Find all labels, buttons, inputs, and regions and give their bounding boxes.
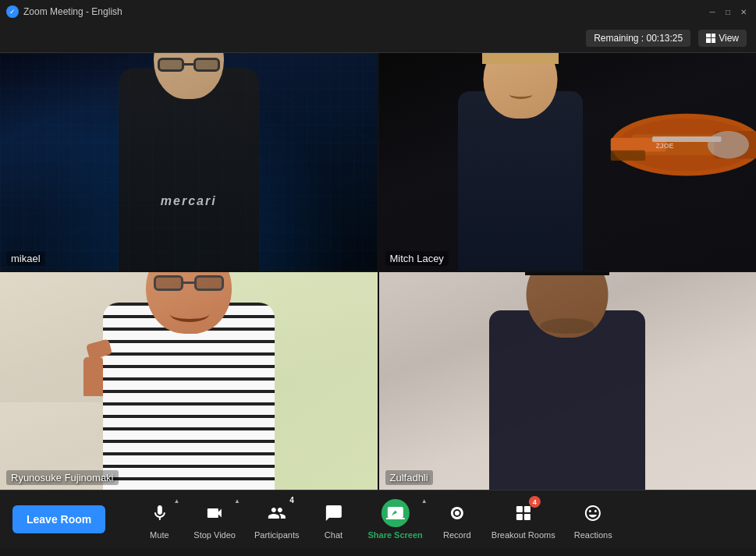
toolbar: ▲ Mute ▲ Stop Video (0, 490, 756, 548)
stop-video-label: Stop Video (193, 530, 236, 540)
close-button[interactable]: ✕ (737, 5, 750, 18)
mute-icon (145, 499, 173, 527)
maximize-button[interactable]: □ (722, 5, 734, 18)
reactions-icon (579, 499, 607, 527)
view-button[interactable]: View (698, 30, 747, 47)
participant-name-mikael: mikael (6, 251, 45, 266)
window-title: Zoom Meeting - English (23, 6, 122, 17)
video-icon (201, 499, 229, 527)
svg-point-11 (708, 131, 749, 158)
zoom-logo: ✓ (6, 5, 19, 18)
chat-icon (319, 499, 347, 527)
participant-name-zulfadhli: Zulfadhli (385, 470, 433, 485)
title-bar-left: ✓ Zoom Meeting - English (6, 5, 122, 18)
window-controls: ─ □ ✕ (706, 5, 750, 18)
breakout-rooms-label: Breakout Rooms (492, 530, 555, 540)
chat-button[interactable]: Chat (310, 494, 357, 544)
mute-label: Mute (150, 530, 169, 540)
participant-count: 4 (289, 496, 294, 505)
timer-badge: Remaining : 00:13:25 (586, 30, 690, 47)
share-screen-label: Share Screen (367, 530, 422, 540)
breakout-rooms-icon: 4 (509, 499, 538, 527)
participants-button[interactable]: 4 Participants (247, 494, 307, 544)
video-cell-zulfadhli: Zulfadhli (379, 272, 757, 490)
participant-name-mitch: Mitch Lacey (385, 251, 449, 266)
top-bar: Remaining : 00:13:25 View (0, 23, 756, 53)
svg-rect-0 (0, 53, 378, 271)
svg-point-16 (455, 511, 460, 515)
svg-rect-20 (524, 514, 531, 520)
title-bar: ✓ Zoom Meeting - English ─ □ ✕ (0, 0, 756, 23)
leave-room-button[interactable]: Leave Room (12, 505, 105, 533)
svg-rect-19 (516, 514, 523, 520)
breakout-rooms-button[interactable]: 4 Breakout Rooms (484, 494, 563, 544)
svg-marker-1 (0, 53, 378, 271)
participants-icon: 4 (263, 499, 291, 527)
minimize-button[interactable]: ─ (706, 5, 719, 18)
record-button[interactable]: Record (434, 494, 481, 544)
svg-text:ZJOE: ZJOE (655, 142, 673, 150)
reactions-button[interactable]: Reactions (566, 494, 620, 544)
stop-video-button[interactable]: ▲ Stop Video (186, 494, 243, 544)
video-grid: mercari mikael ZJOE (0, 53, 756, 490)
grid-icon (706, 34, 715, 43)
chevron-up-icon: ▲ (234, 498, 240, 505)
video-cell-mitch: ZJOE Mitch Lacey (379, 53, 757, 271)
svg-rect-18 (524, 506, 531, 512)
video-cell-mikael: mercari mikael (0, 53, 378, 271)
participants-label: Participants (254, 530, 299, 540)
toolbar-center: ▲ Mute ▲ Stop Video (136, 494, 619, 544)
record-icon (443, 499, 471, 527)
chevron-up-icon: ▲ (173, 498, 179, 505)
breakout-badge: 4 (529, 496, 541, 508)
mute-button[interactable]: ▲ Mute (136, 494, 183, 544)
share-screen-button[interactable]: ▲ Share Screen (360, 494, 430, 544)
chevron-up-icon: ▲ (421, 498, 428, 505)
video-cell-ryunosuke: Ryunosuke Fujinomaki (0, 272, 378, 490)
chat-label: Chat (325, 530, 343, 540)
record-label: Record (443, 530, 470, 540)
svg-rect-17 (516, 506, 523, 512)
reactions-label: Reactions (574, 530, 612, 540)
participant-name-ryunosuke: Ryunosuke Fujinomaki (6, 470, 119, 485)
view-label: View (719, 33, 739, 44)
share-screen-icon (382, 499, 410, 527)
svg-marker-2 (23, 71, 353, 256)
